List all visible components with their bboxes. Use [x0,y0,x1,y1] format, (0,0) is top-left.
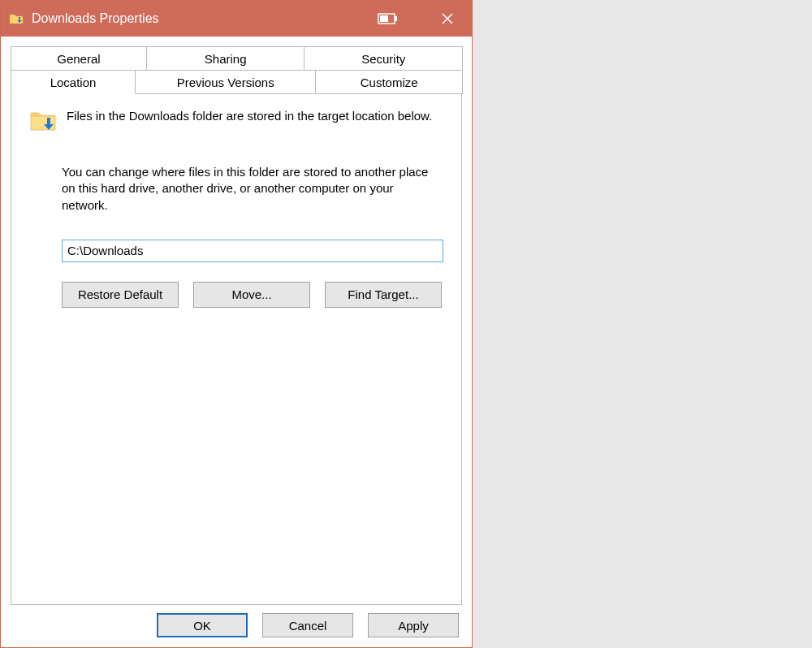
path-input[interactable] [62,240,443,262]
close-button[interactable] [423,1,472,37]
location-button-row: Restore Default Move... Find Target... [62,282,443,308]
dialog-client-area: General Sharing Security Location Previo… [1,37,472,647]
restore-default-button[interactable]: Restore Default [62,282,179,308]
move-button[interactable]: Move... [193,282,310,308]
location-description-2: You can change where files in this folde… [62,164,435,214]
battery-icon [378,12,399,25]
tab-location[interactable]: Location [11,70,136,94]
svg-rect-1 [395,16,397,21]
cancel-button[interactable]: Cancel [262,613,353,637]
dialog-button-bar: OK Cancel Apply [11,613,462,639]
downloads-folder-icon [29,106,57,136]
tab-customize[interactable]: Customize [315,70,463,94]
folder-app-icon [9,11,24,26]
tab-security[interactable]: Security [304,46,463,70]
tab-general[interactable]: General [11,46,147,70]
svg-rect-2 [380,15,388,22]
tab-content-location: Files in the Downloads folder are stored… [11,93,462,605]
properties-dialog: Downloads Properties General Sharing Sec… [0,0,473,648]
tab-sharing[interactable]: Sharing [146,46,305,70]
find-target-button[interactable]: Find Target... [325,282,442,308]
ok-button[interactable]: OK [157,613,248,637]
title-bar[interactable]: Downloads Properties [1,1,472,37]
tab-previous-versions[interactable]: Previous Versions [135,70,316,94]
window-title: Downloads Properties [32,11,159,26]
apply-button[interactable]: Apply [368,613,459,637]
location-description-1: Files in the Downloads folder are stored… [67,108,432,124]
tab-strip: General Sharing Security Location Previo… [11,46,462,94]
close-icon [441,12,454,25]
